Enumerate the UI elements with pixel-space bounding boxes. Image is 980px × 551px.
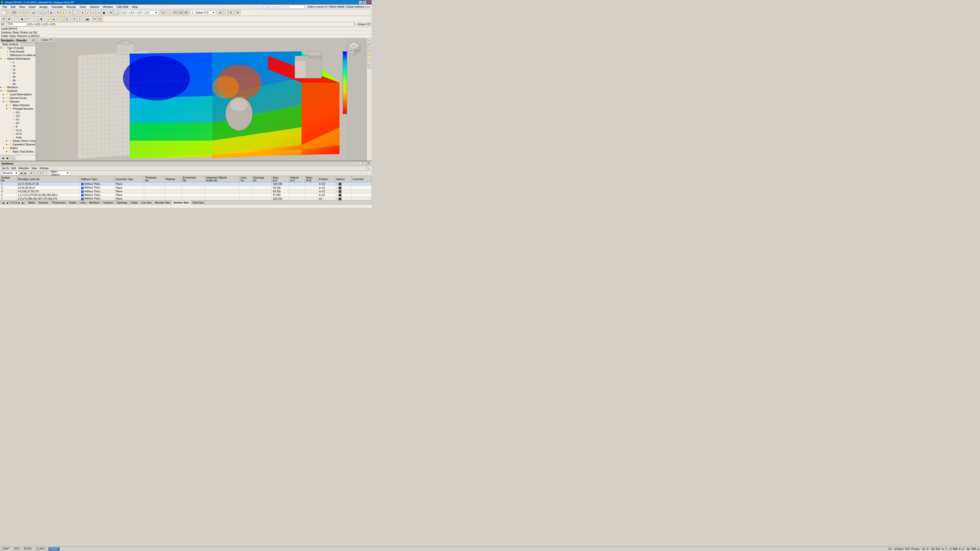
table-row[interactable]: 44-9,268,37-58,270Without Thick...Plane6… (0, 189, 372, 193)
snap-btn[interactable]: ⊕ (218, 10, 223, 15)
lc-dropdown[interactable]: LC1 + LC2 + LC3 + LC4 ▼ (121, 10, 159, 15)
tree-tmax[interactable]: ○ τmax (0, 135, 35, 139)
tab-openings[interactable]: Openings (115, 200, 129, 205)
col-comment[interactable]: Comment (352, 176, 372, 183)
tab-surface-sets[interactable]: Surface Sets (172, 200, 191, 205)
page-last[interactable]: ▶| (22, 201, 25, 205)
tree-strains[interactable]: ▾ 📁 Strains (0, 146, 35, 150)
member-btn[interactable]: ━ (91, 10, 96, 15)
rt-select[interactable]: ↖ (367, 38, 371, 43)
tab-thicknesses[interactable]: Thicknesses (50, 200, 68, 205)
table-row[interactable]: 319-26,36-45,27Without Thick...Plane50.0… (0, 186, 372, 189)
tab-surfaces[interactable]: Surfaces (102, 200, 115, 205)
co2-combo[interactable]: CO2 (6, 22, 27, 27)
tab-solid-sets[interactable]: Solid Sets (191, 200, 205, 205)
navigator-pin[interactable]: 📌 (32, 39, 35, 41)
dim-btn[interactable]: ↔ (223, 10, 228, 15)
res-goto[interactable]: Go To (1, 167, 10, 170)
table-row[interactable]: 51,2,4,271,270-65,28,166,266,265,2Withou… (0, 193, 372, 197)
res-search[interactable]: 🔍 (366, 167, 371, 170)
nav-cube[interactable]: TOP FRONT LEFT (346, 41, 361, 56)
results-header-controls[interactable]: _ □ ✕ (358, 162, 370, 165)
xray-btn[interactable]: ☼ (33, 17, 38, 22)
anno-btn[interactable]: A (228, 10, 234, 15)
tree-sigma1m[interactable]: ○ σ1- (0, 118, 35, 121)
save-btn[interactable]: 💾 (12, 10, 17, 15)
exp12[interactable]: ▸ (3, 93, 6, 96)
expand-icon2[interactable]: ▾ (0, 57, 3, 60)
tab-solids[interactable]: Solids (129, 200, 139, 205)
page-first[interactable]: |◀ (1, 201, 5, 205)
menu-help[interactable]: Help (130, 5, 139, 9)
rt-zoom[interactable]: 🔍 (367, 47, 371, 51)
tab-line-sets[interactable]: Line Sets (139, 200, 153, 205)
res-next[interactable]: ▶ (24, 171, 27, 175)
tree-phiz[interactable]: ○ φz (0, 82, 35, 86)
page-prev[interactable]: ◀ (5, 201, 9, 205)
col-eccentricity[interactable]: EccentricityNo. (182, 176, 205, 183)
exp14[interactable]: ▾ (3, 100, 6, 103)
tab-member-sets[interactable]: Member Sets (153, 200, 172, 205)
line-btn[interactable]: ╱ (85, 10, 90, 15)
solid-btn[interactable]: ◼ (101, 10, 107, 15)
nav-tab-static[interactable]: Static Analysis (0, 43, 21, 46)
rt-rotate[interactable]: ⟳ (367, 43, 371, 47)
tree-sigma2m2[interactable]: ○ σ2.m (0, 132, 35, 135)
grid-btn[interactable]: ⊞ (6, 17, 12, 22)
menu-window[interactable]: Window (101, 5, 115, 9)
tree-equiv-stress[interactable]: ▸ 📁 Equivalent Stresses (0, 143, 35, 146)
exp11[interactable]: ▾ (0, 89, 3, 92)
tree-internal-forces[interactable]: ▸ 📁 Internal Forces (0, 96, 35, 100)
navigator-bottom-bar[interactable]: ◀ ▶ 🔍 (0, 155, 35, 161)
menu-tools[interactable]: Tools (78, 5, 88, 9)
exp26[interactable]: ▸ (6, 143, 9, 146)
col-geometry[interactable]: Geometry Type (115, 176, 144, 183)
menu-file[interactable]: File (1, 5, 9, 9)
keyword-search[interactable]: Type a keyword (Alt+Q) (264, 5, 305, 9)
walk-btn[interactable]: 🚶 (77, 17, 83, 22)
col-mass[interactable]: MassM [t] (305, 176, 318, 183)
rt-anno[interactable]: A (367, 65, 371, 68)
viewport[interactable]: 1 - Global XYZ TOP FRONT LEFT (36, 38, 366, 161)
tree-sigma1p[interactable]: ○ σ1+ (0, 110, 35, 114)
section-btn[interactable]: ─ (14, 17, 19, 22)
table-row[interactable]: 7273,274,388,403-397,470-459,275Without … (0, 197, 372, 200)
label-btn[interactable]: 🏷 (92, 17, 97, 22)
tree-surfaces[interactable]: ▾ 📁 Surfaces (0, 89, 35, 93)
tree-local-deform[interactable]: ▸ 📁 Local Deformations (0, 93, 35, 96)
col-openings[interactable]: OpeningsNo. (252, 176, 272, 183)
tree-sigma2m[interactable]: ○ σ2- (0, 121, 35, 125)
angle-btn[interactable]: ∠ (64, 17, 69, 22)
tab-tables[interactable]: Tables (26, 200, 37, 205)
res-settings[interactable]: Settings (38, 167, 49, 170)
view-xz[interactable]: XZ (178, 10, 183, 15)
exp13[interactable]: ▸ (3, 97, 6, 99)
tab-members[interactable]: Members (88, 200, 102, 205)
title-bar-controls[interactable]: _ □ ✕ (359, 1, 371, 4)
res-view[interactable]: View (30, 167, 38, 170)
res-edit[interactable]: Edit (11, 167, 17, 170)
col-options[interactable]: Options (335, 176, 352, 183)
menu-options[interactable]: Options (88, 5, 101, 9)
menu-results[interactable]: Results (65, 5, 78, 9)
col-area[interactable]: Area[m²] (272, 176, 289, 183)
tree-ux[interactable]: ○ ux (0, 64, 35, 68)
col-lines[interactable]: LinesNo. (239, 176, 252, 183)
screenshot-btn[interactable]: 📷 (85, 17, 90, 22)
undo-btn[interactable]: ↩ (19, 10, 24, 15)
tree-global-deform[interactable]: ▾ 📁 Global Deformations (0, 57, 35, 60)
pan-btn[interactable]: ✋ (61, 10, 66, 15)
res-del[interactable]: ✕ (38, 171, 43, 175)
rt-pan[interactable]: ✋ (367, 52, 371, 56)
col-material[interactable]: Material (165, 176, 182, 183)
color-btn[interactable]: 🎨 (98, 17, 103, 22)
cut-btn[interactable]: ✂ (25, 17, 30, 22)
nav-prev-btn[interactable]: ◀ (0, 156, 5, 160)
view-xy[interactable]: XY (173, 10, 178, 15)
res-filter[interactable]: ▼ (29, 171, 33, 175)
view-3d[interactable]: 3D (183, 10, 189, 15)
exp16[interactable]: ▾ (6, 107, 9, 110)
results-close[interactable]: ✕ (366, 162, 370, 165)
rotate-btn[interactable]: ⟳ (56, 10, 60, 15)
nav-search-btn[interactable]: 🔍 (11, 156, 15, 160)
